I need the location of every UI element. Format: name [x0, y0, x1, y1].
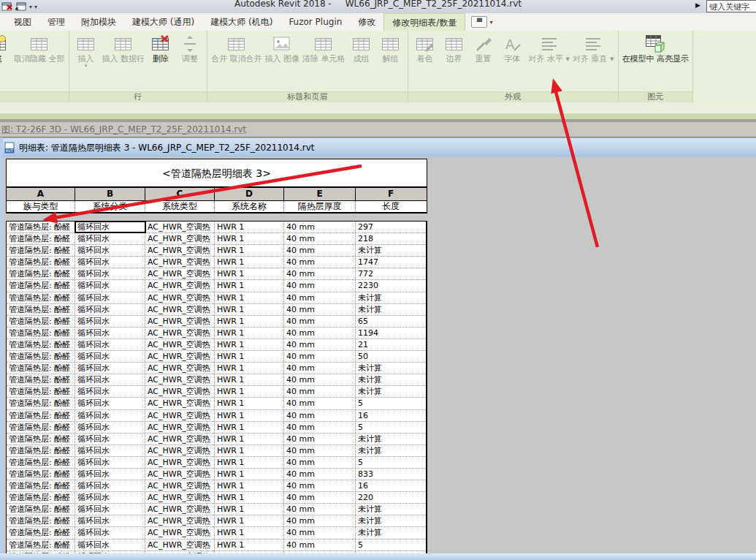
schedule-cell[interactable]: 833	[356, 469, 426, 480]
schedule-cell[interactable]: HWR 1	[215, 527, 284, 538]
schedule-cell[interactable]: 管道隔热层: 酚醛	[7, 339, 75, 350]
column-header-3[interactable]: 系统名称	[215, 201, 284, 212]
schedule-cell[interactable]: HWR 1	[215, 363, 284, 374]
schedule-cell[interactable]: 40 mm	[284, 257, 356, 268]
ribbon-button-0-0[interactable]: 插入▾	[72, 32, 101, 69]
schedule-cell[interactable]: 循环回水	[75, 374, 145, 385]
schedule-cell[interactable]: 管道隔热层: 酚醛	[7, 469, 75, 480]
app-title-bar[interactable]: ▾ ▾ Autodesk Revit 2018 - WL66_JRP_C_MEP…	[0, 0, 756, 13]
schedule-window-title-bar[interactable]: RVT 明细表: 管道隔热层明细表 3 - WL66_JRP_C_MEP_T2_…	[0, 137, 756, 157]
ribbon-button-standalone-1[interactable]: 取消隐藏 全部	[12, 32, 66, 64]
schedule-cell[interactable]: 未计算	[356, 504, 426, 515]
schedule-cell[interactable]: 40 mm	[284, 492, 356, 503]
column-header-0[interactable]: 族与类型	[7, 201, 75, 212]
schedule-cell[interactable]: 循环回水	[75, 504, 145, 515]
schedule-cell[interactable]: 管道隔热层: 酚醛	[7, 410, 75, 421]
schedule-cell[interactable]: 5	[356, 540, 426, 550]
schedule-cell[interactable]: 循环回水	[75, 363, 145, 374]
ribbon-button-2-1[interactable]: 边界	[440, 32, 469, 64]
schedule-cell[interactable]: 2230	[356, 280, 426, 291]
schedule-cell[interactable]: 5	[356, 457, 426, 468]
schedule-cell[interactable]: HWR 1	[215, 398, 284, 409]
schedule-cell[interactable]: AC_HWR_空调热	[145, 386, 215, 397]
schedule-cell[interactable]: 循环回水	[75, 316, 145, 327]
schedule-cell[interactable]: HWR 1	[215, 316, 284, 327]
schedule-cell[interactable]: 管道隔热层: 酚醛	[7, 233, 75, 244]
schedule-cell[interactable]: HWR 1	[215, 222, 284, 232]
ribbon-button-2-2[interactable]: 重置	[469, 32, 498, 64]
schedule-cell[interactable]: 循环回水	[75, 527, 145, 538]
schedule-cell[interactable]: AC_HWR_空调热	[145, 339, 215, 350]
schedule-cell[interactable]: 未计算	[356, 363, 426, 374]
schedule-cell[interactable]: AC_HWR_空调热	[145, 445, 215, 456]
schedule-cell[interactable]: AC_HWR_空调热	[145, 398, 215, 409]
schedule-cell[interactable]: 40 mm	[284, 434, 356, 444]
schedule-cell[interactable]: 循环回水	[75, 492, 145, 503]
schedule-cell[interactable]: 管道隔热层: 酚醛	[7, 268, 75, 279]
schedule-cell[interactable]: 管道隔热层: 酚醛	[7, 398, 75, 409]
schedule-cell[interactable]: HWR 1	[215, 292, 284, 303]
column-header-2[interactable]: 系统类型	[145, 201, 215, 212]
schedule-cell[interactable]: 管道隔热层: 酚醛	[7, 304, 75, 315]
infocenter-search-input[interactable]: 键入关键字	[706, 0, 756, 12]
schedule-cell[interactable]: 管道隔热层: 酚醛	[7, 351, 75, 362]
schedule-cell[interactable]: 21	[356, 339, 426, 350]
schedule-cell[interactable]: 40 mm	[284, 304, 356, 315]
schedule-cell[interactable]: AC_HWR_空调热	[145, 304, 215, 315]
schedule-cell[interactable]: HWR 1	[215, 304, 284, 315]
ribbon-button-3-0[interactable]: 在模型中 高亮显示	[621, 32, 691, 64]
schedule-cell[interactable]: AC_HWR_空调热	[145, 434, 215, 444]
schedule-cell[interactable]: HWR 1	[215, 245, 284, 256]
column-letter-E[interactable]: E	[284, 188, 356, 200]
schedule-cell[interactable]: 循环回水	[75, 422, 145, 433]
schedule-cell[interactable]: 40 mm	[284, 480, 356, 491]
schedule-cell[interactable]: 40 mm	[284, 280, 356, 291]
column-letter-F[interactable]: F	[356, 188, 426, 200]
schedule-cell[interactable]: 772	[356, 268, 426, 279]
schedule-cell[interactable]: HWR 1	[215, 233, 284, 244]
selected-cell[interactable]: 循环回水	[75, 222, 145, 232]
schedule-cell[interactable]: 循环回水	[75, 328, 145, 338]
schedule-cell[interactable]: 40 mm	[284, 374, 356, 385]
column-letter-C[interactable]: C	[145, 188, 215, 200]
schedule-cell[interactable]: 未计算	[356, 304, 426, 315]
schedule-cell[interactable]: 未计算	[356, 527, 426, 538]
schedule-cell[interactable]: 循环回水	[75, 280, 145, 291]
column-header-4[interactable]: 隔热层厚度	[284, 201, 356, 212]
schedule-cell[interactable]: 循环回水	[75, 410, 145, 421]
schedule-cell[interactable]: 40 mm	[284, 445, 356, 456]
schedule-cell[interactable]: AC_HWR_空调热	[145, 422, 215, 433]
ribbon-button-2-0[interactable]: 着色	[411, 32, 440, 64]
schedule-cell[interactable]: 管道隔热层: 酚醛	[7, 245, 75, 256]
schedule-cell[interactable]: 40 mm	[284, 540, 356, 550]
schedule-cell[interactable]: 5	[356, 398, 426, 409]
ribbon-button-2-4[interactable]: 对齐 水平 ▾	[527, 32, 572, 64]
schedule-cell[interactable]: 40 mm	[284, 339, 356, 350]
schedule-cell[interactable]: 循环回水	[75, 515, 145, 526]
schedule-cell[interactable]: 管道隔热层: 酚醛	[7, 280, 75, 291]
schedule-cell[interactable]: 管道隔热层: 酚醛	[7, 386, 75, 397]
schedule-cell[interactable]: AC_HWR_空调热	[145, 410, 215, 421]
schedule-cell[interactable]: AC_HWR_空调热	[145, 280, 215, 291]
ribbon-button-0-2[interactable]: 删除	[146, 32, 175, 64]
schedule-cell[interactable]: AC_HWR_空调热	[145, 257, 215, 268]
schedule-cell[interactable]: 40 mm	[284, 363, 356, 374]
schedule-cell[interactable]: 未计算	[356, 445, 426, 456]
schedule-cell[interactable]: 218	[356, 233, 426, 244]
schedule-cell[interactable]: 循环回水	[75, 540, 145, 550]
schedule-cell[interactable]: 循环回水	[75, 434, 145, 444]
schedule-cell[interactable]: 1194	[356, 328, 426, 338]
schedule-table-title[interactable]: <管道隔热层明细表 3>	[6, 159, 427, 187]
schedule-cell[interactable]: 管道隔热层: 酚醛	[7, 540, 75, 550]
column-header-1[interactable]: 系统分类	[75, 201, 145, 212]
schedule-cell[interactable]: 循环回水	[75, 445, 145, 456]
schedule-cell[interactable]: 40 mm	[284, 268, 356, 279]
schedule-cell[interactable]: 40 mm	[284, 292, 356, 303]
schedule-cell[interactable]: HWR 1	[215, 469, 284, 480]
schedule-cell[interactable]: 65	[356, 316, 426, 327]
schedule-cell[interactable]: 297	[356, 222, 426, 232]
schedule-cell[interactable]: 循环回水	[75, 480, 145, 491]
schedule-cell[interactable]: 管道隔热层: 酚醛	[7, 363, 75, 374]
schedule-cell[interactable]: 40 mm	[284, 469, 356, 480]
ribbon-tab-1[interactable]: 管理	[39, 13, 73, 31]
